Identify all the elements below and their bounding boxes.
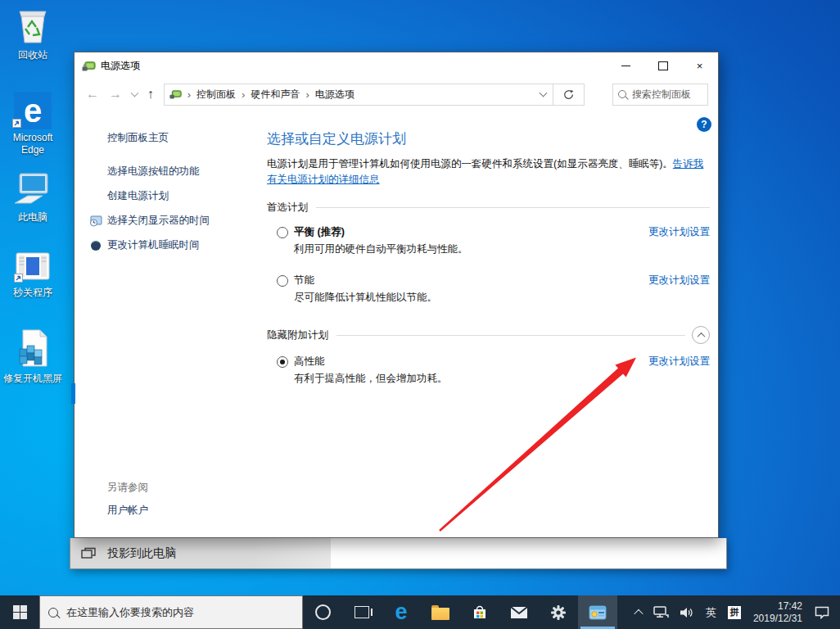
desktop-icon-recycle-bin[interactable]: 回收站 — [2, 7, 64, 61]
search-icon — [618, 90, 626, 98]
titlebar[interactable]: 电源选项 × — [75, 52, 718, 79]
close-button[interactable]: × — [681, 52, 718, 79]
desktop-icon-quick-close[interactable]: 秒关程序 — [2, 252, 64, 299]
store-icon — [472, 605, 487, 619]
sidebar-item-power-buttons[interactable]: 选择电源按钮的功能 — [107, 165, 267, 179]
sleep-moon-icon — [88, 240, 102, 251]
chevron-up-icon — [697, 332, 705, 340]
action-center-button[interactable] — [815, 606, 829, 619]
task-view-button[interactable] — [342, 595, 382, 629]
background-settings-window: 投影到此电脑 — [70, 538, 727, 569]
back-button[interactable]: ← — [86, 87, 99, 102]
change-plan-settings-link-balanced[interactable]: 更改计划设置 — [648, 225, 710, 256]
radio-power-saver[interactable] — [277, 275, 288, 287]
shortcut-arrow-icon — [12, 119, 21, 130]
breadcrumb-separator: › — [242, 88, 245, 101]
clock-time: 17:42 — [753, 600, 802, 613]
sidebar-item-sleep-time[interactable]: 更改计算机睡眠时间 — [107, 238, 267, 252]
breadcrumb-dropdown-icon[interactable] — [539, 89, 547, 97]
search-placeholder: 搜索控制面板 — [632, 88, 691, 102]
plan-description: 尽可能降低计算机性能以节能。 — [294, 291, 640, 305]
plan-row-balanced: 平衡 (推荐) 利用可用的硬件自动平衡功耗与性能。 更改计划设置 — [267, 225, 710, 256]
task-view-icon — [355, 606, 369, 618]
forward-button[interactable]: → — [109, 87, 122, 102]
file-explorer-button[interactable] — [421, 595, 460, 629]
plan-label[interactable]: 高性能 — [294, 355, 640, 368]
edge-taskbar-button[interactable]: e — [382, 595, 421, 629]
intro-text: 电源计划是用于管理计算机如何使用电源的一套硬件和系统设置(如显示器亮度、睡眠等)… — [267, 156, 710, 188]
hidden-icons-button[interactable] — [635, 609, 642, 616]
mail-button[interactable] — [499, 595, 539, 629]
control-panel-search-input[interactable]: 搜索控制面板 — [612, 84, 708, 106]
desktop-icon-this-pc[interactable]: 此电脑 — [2, 172, 64, 224]
plan-row-power-saver: 节能 尽可能降低计算机性能以节能。 更改计划设置 — [267, 274, 710, 305]
taskbar: 在这里输入你要搜索的内容 e 英 拼 17: — [0, 595, 840, 629]
user-accounts-link[interactable]: 用户帐户 — [107, 504, 148, 518]
taskbar-search-placeholder: 在这里输入你要搜索的内容 — [66, 605, 194, 620]
desktop-icon-label: 修复开机黑屏 — [2, 373, 64, 385]
breadcrumb-power-options[interactable]: 电源选项 — [315, 88, 355, 102]
change-plan-settings-link-high-performance[interactable]: 更改计划设置 — [648, 355, 710, 386]
power-options-icon — [82, 60, 96, 72]
volume-button[interactable] — [680, 607, 694, 618]
store-button[interactable] — [460, 595, 499, 629]
project-to-this-pc-label: 投影到此电脑 — [107, 546, 176, 561]
maximize-button[interactable] — [644, 52, 681, 79]
mail-icon — [511, 607, 527, 618]
clock-date: 2019/12/31 — [753, 613, 802, 625]
dual-monitor-icon — [81, 547, 97, 559]
control-panel-window-icon — [589, 605, 607, 620]
settings-button[interactable] — [539, 595, 578, 629]
system-tray: 英 拼 17:42 2019/12/31 — [630, 595, 840, 629]
help-icon: ? — [701, 119, 707, 130]
plan-label[interactable]: 节能 — [294, 274, 640, 287]
up-button[interactable]: ↑ — [147, 87, 154, 102]
breadcrumb-hardware-sound[interactable]: 硬件和声音 — [251, 88, 300, 102]
desktop-icon-label: 回收站 — [2, 49, 64, 61]
edge-icon: e — [14, 92, 52, 129]
sidebar-item-display-off-time[interactable]: 选择关闭显示器的时间 — [107, 214, 267, 228]
change-plan-settings-link-power-saver[interactable]: 更改计划设置 — [648, 274, 710, 305]
app-window-icon — [16, 252, 50, 284]
see-also-header: 另请参阅 — [107, 481, 148, 495]
sidebar: 控制面板主页 选择电源按钮的功能 创建电源计划 选择关闭显示器的时间 更改计算机… — [75, 110, 267, 537]
plan-description: 利用可用的硬件自动平衡功耗与性能。 — [294, 242, 640, 256]
desktop-icon-fix-black-screen[interactable]: 修复开机黑屏 — [2, 328, 64, 385]
sidebar-item-create-plan[interactable]: 创建电源计划 — [107, 189, 267, 203]
project-to-this-pc-item[interactable]: 投影到此电脑 — [70, 538, 331, 568]
power-options-taskbar-button[interactable] — [578, 595, 617, 629]
radio-high-performance[interactable] — [277, 356, 288, 368]
help-button[interactable]: ? — [697, 117, 711, 132]
plan-label[interactable]: 平衡 (推荐) — [294, 225, 640, 238]
main-content: ? 选择或自定义电源计划 电源计划是用于管理计算机如何使用电源的一套硬件和系统设… — [267, 110, 710, 386]
sidebar-item-home[interactable]: 控制面板主页 — [107, 131, 267, 145]
recent-pages-chevron-icon[interactable] — [131, 88, 139, 97]
gear-icon — [550, 604, 567, 621]
desktop-icon-edge[interactable]: e Microsoft Edge — [2, 92, 64, 156]
minimize-button[interactable] — [607, 52, 644, 79]
refresh-button[interactable] — [553, 84, 585, 106]
action-center-icon — [815, 606, 829, 619]
ime-icon: 拼 — [728, 606, 741, 619]
breadcrumb-control-panel[interactable]: 控制面板 — [196, 88, 236, 102]
display-timeout-icon — [88, 215, 102, 227]
navigation-bar: ← → ↑ › 控制面板 › 硬件和声音 › 电源选项 搜索控制面板 — [75, 79, 718, 110]
language-indicator[interactable]: 英 — [706, 605, 716, 620]
network-button[interactable] — [653, 606, 669, 618]
cortana-button[interactable] — [303, 595, 342, 629]
network-icon — [653, 606, 669, 618]
collapse-button[interactable] — [692, 326, 710, 344]
accent-marker — [71, 383, 75, 404]
desktop-icon-label: 秒关程序 — [2, 287, 64, 299]
taskbar-search-input[interactable]: 在这里输入你要搜索的内容 — [39, 595, 303, 629]
cortana-icon — [315, 604, 331, 620]
desktop-icon-label: 此电脑 — [2, 211, 64, 224]
see-also-section: 另请参阅 用户帐户 — [107, 481, 148, 518]
desktop: 回收站 e Microsoft Edge 此电脑 秒关程序 修复开机黑屏 投影到… — [0, 0, 840, 629]
start-button[interactable] — [0, 595, 39, 629]
window-title: 电源选项 — [101, 59, 140, 73]
breadcrumb[interactable]: › 控制面板 › 硬件和声音 › 电源选项 — [164, 84, 553, 106]
ime-indicator[interactable]: 拼 — [728, 606, 741, 619]
clock[interactable]: 17:42 2019/12/31 — [753, 600, 802, 625]
radio-balanced[interactable] — [277, 227, 288, 238]
